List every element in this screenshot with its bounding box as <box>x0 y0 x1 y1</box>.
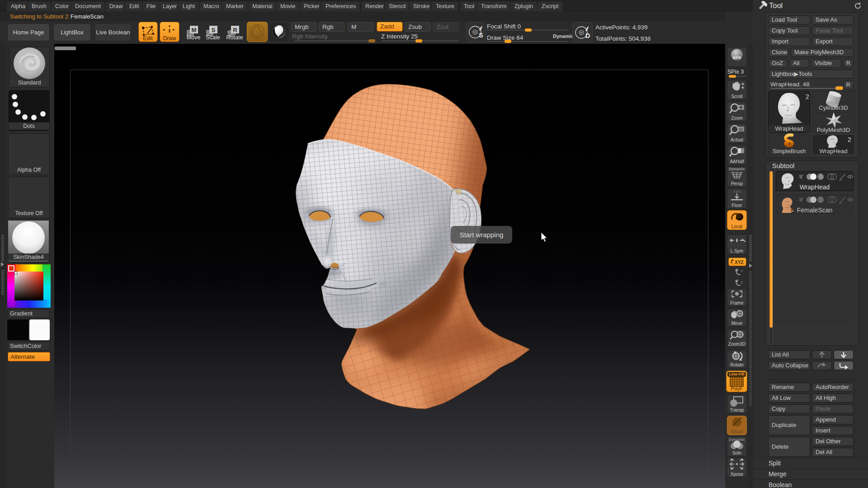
svg-text:XYZ: XYZ <box>735 260 743 265</box>
svg-text:R: R <box>233 27 237 33</box>
svg-text:x1: x1 <box>739 127 743 131</box>
svg-text:D: D <box>585 32 590 39</box>
svg-text:BPR: BPR <box>732 56 741 60</box>
svg-text:Scale: Scale <box>206 34 220 41</box>
svg-text:Move: Move <box>187 34 201 41</box>
svg-text:x y z: x y z <box>734 190 741 193</box>
svg-text:Y: Y <box>741 269 743 273</box>
svg-text:S: S <box>479 32 483 39</box>
svg-text:Dynamic: Dynamic <box>729 167 745 171</box>
svg-text:Rotate: Rotate <box>226 34 243 41</box>
svg-text:S: S <box>212 27 216 33</box>
svg-text:Edit: Edit <box>143 35 153 42</box>
svg-text:M: M <box>192 27 197 33</box>
svg-text:Draw: Draw <box>163 35 176 42</box>
svg-text:Z: Z <box>741 281 743 285</box>
